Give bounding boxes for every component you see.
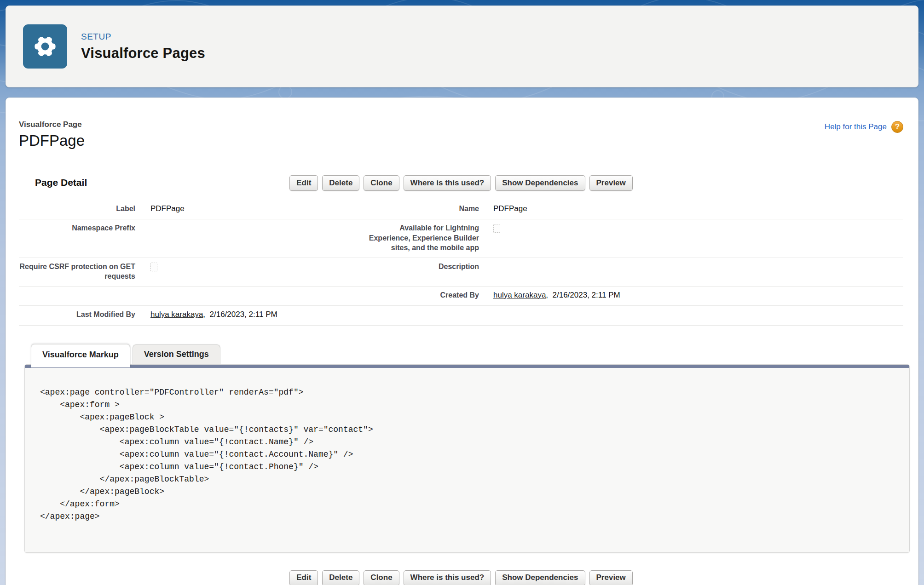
detail-row-csrf-description: Require CSRF protection on GET requests …: [19, 258, 903, 287]
page-detail-section: Label PDFPage Name PDFPage Namespace Pre…: [19, 200, 903, 326]
preview-button[interactable]: Preview: [589, 570, 633, 585]
detail-row-created-by: Created By hulya karakaya, 2/16/2023, 2:…: [19, 287, 903, 306]
available-for-lightning-value: [479, 219, 903, 257]
tab-version-settings[interactable]: Version Settings: [133, 344, 220, 364]
detail-row-last-modified-by: Last Modified By hulya karakaya, 2/16/20…: [19, 306, 903, 325]
bottom-button-row: Edit Delete Clone Where is this used? Sh…: [19, 570, 903, 585]
last-modified-by-label: Last Modified By: [19, 306, 135, 325]
description-label: Description: [364, 258, 479, 286]
created-by-user-link[interactable]: hulya karakaya: [493, 291, 546, 299]
label-field-value: PDFPage: [135, 200, 364, 219]
description-value: [479, 258, 903, 286]
where-used-button[interactable]: Where is this used?: [404, 570, 491, 585]
top-button-row: Edit Delete Clone Where is this used? Sh…: [19, 175, 903, 191]
section-title: Page Detail: [35, 177, 87, 188]
clone-button[interactable]: Clone: [364, 175, 399, 191]
namespace-prefix-label: Namespace Prefix: [19, 219, 135, 257]
setup-gear-tile: [23, 24, 67, 69]
help-link[interactable]: Help for this Page: [825, 122, 887, 132]
edit-button[interactable]: Edit: [289, 175, 318, 191]
gear-icon: [31, 32, 59, 61]
show-dependencies-button[interactable]: Show Dependencies: [495, 175, 585, 191]
require-csrf-value: [135, 258, 364, 286]
require-csrf-checkbox-unchecked: [150, 263, 157, 271]
available-for-lightning-label: Available for Lightning Experience, Expe…: [364, 219, 479, 257]
detail-row-label-name: Label PDFPage Name PDFPage: [19, 200, 903, 219]
help-icon[interactable]: ?: [891, 121, 903, 133]
delete-button[interactable]: Delete: [322, 570, 359, 585]
page-title: PDFPage: [19, 132, 85, 149]
available-for-lightning-checkbox-unchecked: [493, 224, 500, 233]
page-type-label: Visualforce Page: [19, 120, 85, 129]
visualforce-markup-code: <apex:page controller="PDFController" re…: [25, 368, 909, 552]
last-modified-by-value: hulya karakaya, 2/16/2023, 2:11 PM: [135, 306, 364, 325]
last-modified-by-date: , 2/16/2023, 2:11 PM: [203, 310, 277, 319]
last-modified-by-user-link[interactable]: hulya karakaya: [150, 310, 203, 319]
require-csrf-label: Require CSRF protection on GET requests: [19, 258, 135, 286]
app-title: Visualforce Pages: [81, 45, 205, 62]
created-by-label: Created By: [364, 287, 479, 305]
label-field-label: Label: [19, 200, 135, 219]
namespace-prefix-value: [135, 219, 364, 257]
setup-eyebrow: SETUP: [81, 32, 205, 42]
name-field-label: Name: [364, 200, 479, 219]
created-by-value: hulya karakaya, 2/16/2023, 2:11 PM: [479, 287, 903, 305]
delete-button[interactable]: Delete: [322, 175, 359, 191]
clone-button[interactable]: Clone: [364, 570, 399, 585]
created-by-date: , 2/16/2023, 2:11 PM: [546, 291, 620, 299]
where-used-button[interactable]: Where is this used?: [404, 175, 491, 191]
show-dependencies-button[interactable]: Show Dependencies: [495, 570, 585, 585]
detail-row-namespace-available: Namespace Prefix Available for Lightning…: [19, 219, 903, 258]
edit-button[interactable]: Edit: [289, 570, 318, 585]
setup-header: SETUP Visualforce Pages: [6, 6, 918, 87]
main-card: Visualforce Page PDFPage Help for this P…: [6, 98, 918, 585]
tab-visualforce-markup[interactable]: Visualforce Markup: [31, 344, 130, 367]
markup-tabs: Visualforce Markup Version Settings: [24, 344, 903, 367]
name-field-value: PDFPage: [479, 200, 903, 219]
preview-button[interactable]: Preview: [589, 175, 633, 191]
visualforce-markup-panel: <apex:page controller="PDFController" re…: [24, 364, 910, 553]
